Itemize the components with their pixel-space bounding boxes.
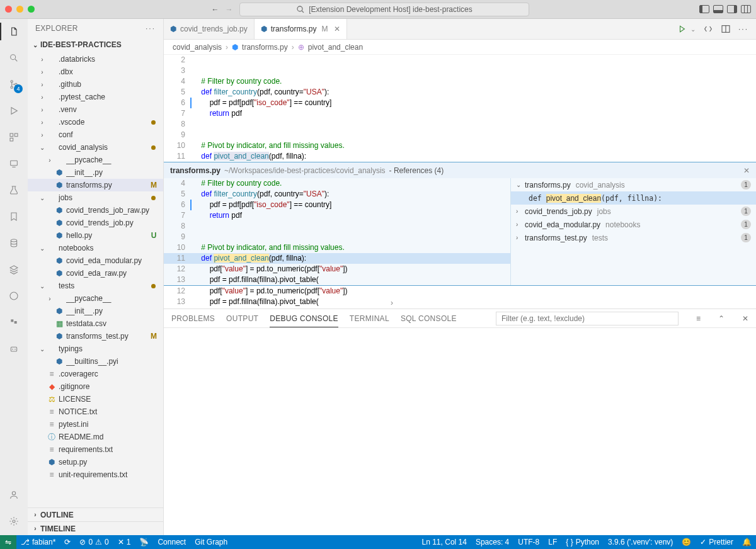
git-branch[interactable]: ⎇fabian* [16,535,60,549]
folder-item[interactable]: ›.dbx [28,65,163,78]
nav-back-icon[interactable]: ← [212,5,219,14]
folder-item[interactable]: ›.github [28,78,163,91]
filter-settings-icon[interactable]: ≡ [696,314,701,323]
cursor-position[interactable]: Ln 11, Col 14 [418,538,471,546]
panel-tab[interactable]: SQL CONSOLE [401,314,457,323]
file-item[interactable]: ⚖LICENSE [28,393,163,405]
folder-item[interactable]: ⌄jobs [28,191,163,204]
file-item[interactable]: ≡NOTICE.txt [28,405,163,418]
bookmarks-icon[interactable] [6,209,21,224]
more-actions-icon[interactable]: ··· [738,25,748,33]
panel-tab[interactable]: DEBUG CONSOLE [270,314,338,327]
settings-gear-icon[interactable] [6,514,21,529]
file-item[interactable]: ≡pytest.ini [28,418,163,431]
file-item[interactable]: ≡.coveragerc [28,368,163,380]
toggle-secondary-sidebar-icon[interactable] [727,5,737,13]
reference-file-group[interactable]: ›covid_trends_job.pyjobs1 [511,205,756,218]
toggle-panel-icon[interactable] [713,5,723,13]
editor-tab[interactable]: ⬢covid_trends_job.py [164,19,255,39]
source-control-icon[interactable]: 4 [6,77,21,92]
sidebar-more-icon[interactable]: ··· [146,24,156,33]
folder-item[interactable]: ›conf [28,128,163,141]
breadcrumb-chevron-icon[interactable]: › [391,298,393,307]
language-mode[interactable]: { }Python [561,538,604,546]
folder-item[interactable]: ›.databricks [28,53,163,65]
connect-button[interactable]: Connect [153,535,190,549]
live-share[interactable]: 📡 [135,535,153,549]
run-icon[interactable] [677,25,688,33]
maximize-window-icon[interactable] [28,6,35,13]
folder-item[interactable]: ⌄typings [28,342,163,355]
accounts-icon[interactable] [6,487,21,502]
file-item[interactable]: ⬢setup.py [28,456,163,468]
minimize-window-icon[interactable] [16,6,23,13]
breadcrumb-folder[interactable]: covid_analysis [173,43,222,52]
file-item[interactable]: ⬢hello.pyU [28,229,163,242]
notifications-icon[interactable]: 🔔 [738,538,756,546]
robot-icon[interactable] [6,341,21,356]
breadcrumb-file[interactable]: transforms.py [242,43,288,52]
python-interpreter[interactable]: 3.9.6 ('.venv': venv) [604,538,677,546]
indentation[interactable]: Spaces: 4 [471,538,513,546]
close-tab-icon[interactable]: ✕ [334,25,340,33]
reference-item[interactable]: def pivot_and_clean(pdf, fillna): [511,191,756,205]
file-item[interactable]: ⬢__builtins__.pyi [28,355,163,368]
remote-explorer-icon[interactable] [6,156,21,171]
explorer-icon[interactable] [6,24,21,39]
file-item[interactable]: ⬢__init__.py [28,305,163,317]
file-item[interactable]: ⬢covid_trends_job_raw.py [28,204,163,217]
folder-item[interactable]: ›.pytest_cache [28,91,163,103]
reference-file-group[interactable]: ⌄transforms.pycovid_analysis1 [511,178,756,191]
database-icon[interactable] [6,235,21,251]
folder-item[interactable]: ⌄covid_analysis [28,141,163,154]
file-item[interactable]: ⬢covid_eda_modular.py [28,254,163,267]
file-item[interactable]: ⬢__init__.py [28,166,163,179]
folder-item[interactable]: ⌄tests [28,280,163,292]
command-center[interactable]: [Extension Development Host] ide-best-pr… [239,3,529,16]
extensions-icon[interactable] [6,130,21,145]
breadcrumb[interactable]: covid_analysis › ⬢ transforms.py › ⊕ piv… [164,40,756,55]
file-item[interactable]: ⬢covid_eda_raw.py [28,267,163,280]
file-item[interactable]: ⬢transforms.pyM [28,179,163,191]
workspace-root[interactable]: ⌄IDE-BEST-PRACTICES [28,38,163,52]
panel-filter-input[interactable] [496,312,679,325]
copilot-icon[interactable]: 😊 [677,538,696,546]
peek-close-icon[interactable]: ✕ [743,166,750,175]
panel-tab[interactable]: TERMINAL [350,314,389,323]
git-graph-button[interactable]: Git Graph [190,535,232,549]
file-item[interactable]: ≡unit-requirements.txt [28,468,163,481]
reference-file-group[interactable]: ›covid_eda_modular.pynotebooks1 [511,218,756,231]
terraform-icon[interactable] [6,315,21,330]
timeline-section[interactable]: ›TIMELINE [28,521,163,535]
nav-forward-icon[interactable]: → [226,5,233,14]
panel-tab[interactable]: PROBLEMS [171,314,215,323]
prettier-status[interactable]: ✓Prettier [696,538,738,546]
editor-tab[interactable]: ⬢transforms.pyM✕ [255,19,348,39]
compare-icon[interactable] [703,24,713,34]
eol[interactable]: LF [544,538,561,546]
code-editor[interactable]: 234 # Filter by country code.5 def filte… [164,55,756,308]
close-window-icon[interactable] [5,6,12,13]
split-editor-icon[interactable] [721,24,731,34]
search-icon[interactable] [6,50,21,65]
chevron-up-icon[interactable]: ⌃ [718,314,724,323]
run-dropdown-icon[interactable]: ⌄ [690,26,696,33]
folder-item[interactable]: ⌄notebooks [28,242,163,254]
folder-item[interactable]: ›__pycache__ [28,154,163,166]
encoding[interactable]: UTF-8 [513,538,544,546]
file-item[interactable]: ≡requirements.txt [28,443,163,456]
folder-item[interactable]: ›__pycache__ [28,292,163,305]
file-item[interactable]: ▦testdata.csv [28,317,163,330]
problems-status[interactable]: ⊘0⚠0 [75,535,113,549]
toggle-sidebar-icon[interactable] [699,5,709,13]
peek-editor[interactable]: 4 # Filter by country code.5 def filter_… [164,178,510,285]
file-item[interactable]: ◆.gitignore [28,380,163,393]
debug-console-body[interactable] [164,328,756,535]
git-sync[interactable]: ⟳ [60,535,75,549]
remote-indicator[interactable]: ⇋ [0,535,16,549]
breadcrumb-symbol[interactable]: pivot_and_clean [308,43,363,52]
panel-tab[interactable]: OUTPUT [226,314,258,323]
folder-item[interactable]: ›.vscode [28,116,163,128]
layers-icon[interactable] [6,262,21,277]
file-item[interactable]: ⓘREADME.md [28,431,163,443]
